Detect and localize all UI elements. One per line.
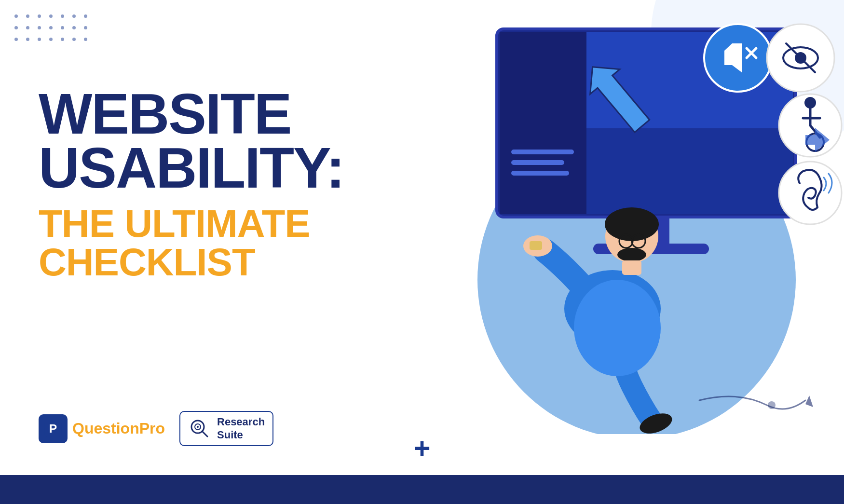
dot-pattern — [14, 14, 91, 44]
svg-line-3 — [202, 431, 207, 436]
title-website: WEBSITE — [39, 87, 328, 141]
page-container: WEBSITE USABILITY: THE ULTIMATE CHECKLIS… — [0, 0, 844, 504]
svg-point-43 — [768, 401, 776, 409]
svg-rect-40 — [530, 241, 542, 250]
subtitle-line1: THE ULTIMATE — [39, 204, 328, 243]
plus-sign: + — [413, 434, 430, 463]
bottom-bar — [0, 475, 844, 504]
main-illustration — [410, 0, 844, 434]
svg-point-32 — [617, 248, 646, 261]
svg-rect-8 — [500, 32, 586, 214]
svg-rect-13 — [586, 128, 793, 214]
title-usability: USABILITY: — [39, 141, 328, 195]
research-suite-icon-box — [188, 417, 211, 440]
svg-rect-9 — [511, 150, 574, 154]
qp-suffix: Pro — [139, 420, 165, 437]
logo-area: P QuestionPro Research Suite — [39, 411, 273, 446]
svg-point-39 — [574, 280, 661, 376]
svg-point-5 — [197, 426, 199, 428]
svg-marker-42 — [805, 395, 813, 407]
research-suite-logo: Research Suite — [179, 411, 273, 446]
questionpro-icon: P — [44, 420, 62, 438]
svg-rect-11 — [511, 171, 569, 176]
subtitle-line2: CHECKLIST — [39, 243, 328, 282]
questionpro-icon-box: P — [39, 414, 68, 443]
left-content: WEBSITE USABILITY: THE ULTIMATE CHECKLIS… — [39, 87, 328, 282]
svg-rect-10 — [511, 160, 564, 165]
research-suite-icon — [189, 418, 210, 439]
svg-point-27 — [779, 162, 842, 224]
questionpro-logo: P QuestionPro — [39, 414, 165, 443]
svg-rect-36 — [622, 260, 641, 275]
svg-point-31 — [605, 207, 659, 241]
research-suite-text: Research Suite — [217, 416, 265, 441]
svg-text:P: P — [49, 422, 57, 435]
research-suite-line2: Suite — [217, 429, 265, 441]
qp-prefix: Question — [72, 420, 139, 437]
research-suite-line1: Research — [217, 416, 265, 428]
questionpro-text: QuestionPro — [72, 420, 165, 437]
svg-point-25 — [804, 97, 816, 109]
